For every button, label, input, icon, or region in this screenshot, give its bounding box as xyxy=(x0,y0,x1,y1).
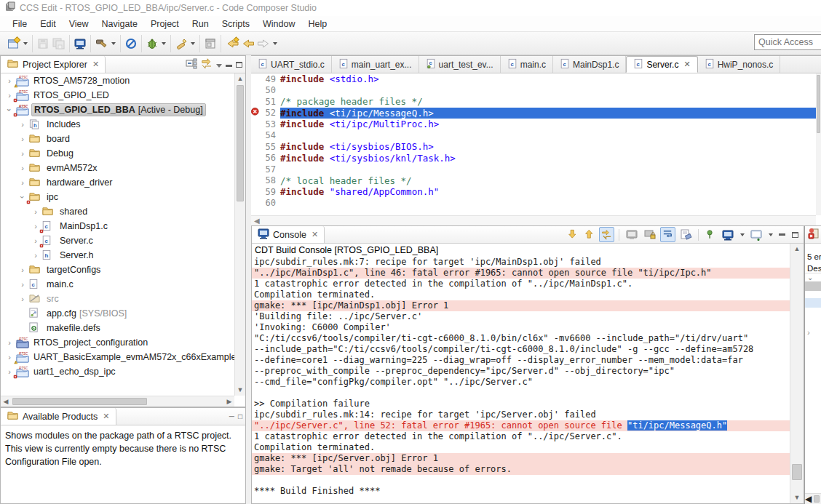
expander-icon[interactable]: › xyxy=(17,164,28,172)
problems-horizontal-scrollbar[interactable]: ◀ xyxy=(805,493,821,504)
code-line-57[interactable]: 57 xyxy=(251,164,816,175)
quick-access-input[interactable]: Quick Access xyxy=(754,34,821,50)
code-line-51[interactable]: 51/* package header files */ xyxy=(251,96,816,108)
expander-icon[interactable]: › xyxy=(17,265,28,274)
editor-vertical-scrollbar[interactable] xyxy=(816,73,821,215)
tree-item-rtos-gpio-led[interactable]: ›RTSCRTOS_GPIO_LED xyxy=(1,88,234,103)
expander-icon[interactable]: › xyxy=(4,338,15,347)
open-console-button-dropdown[interactable] xyxy=(769,233,773,236)
code-line-49[interactable]: 49#include <stdio.h> xyxy=(251,73,816,85)
tree-item-src[interactable]: ›src xyxy=(1,292,234,306)
tree-item-rtos-am5728-motion[interactable]: ›RTSCRTOS_AM5728_motion xyxy=(1,73,234,88)
view-menu-button[interactable] xyxy=(216,60,222,70)
code-line-59[interactable]: 59#include "shared/AppCommon.h" xyxy=(251,186,816,198)
expander-icon[interactable]: › xyxy=(17,120,28,129)
link-with-editor-button[interactable] xyxy=(201,57,213,71)
clear-console-button[interactable] xyxy=(678,227,694,243)
expander-icon[interactable]: › xyxy=(17,280,28,289)
menu-project[interactable]: Project xyxy=(144,17,186,31)
console-output[interactable]: ipc/subdir_rules.mk:7: recipe for target… xyxy=(252,257,790,503)
menu-view[interactable]: View xyxy=(63,17,95,31)
editor-horizontal-scrollbar[interactable]: ◀ xyxy=(251,215,816,225)
close-icon[interactable]: ✕ xyxy=(92,60,99,69)
display-selected-console-button-dropdown[interactable] xyxy=(740,233,745,236)
chevron-down-icon[interactable]: ⌄ xyxy=(805,273,821,281)
menu-window[interactable]: Window xyxy=(256,17,301,31)
code-editor[interactable]: 49#include <stdio.h>5051/* package heade… xyxy=(251,73,816,215)
code-line-52[interactable]: 52#include <ti/ipc/MessageQ.h> xyxy=(251,108,816,119)
expander-icon[interactable]: › xyxy=(18,191,27,203)
code-line-54[interactable]: 54 xyxy=(251,130,816,142)
last-edit-location-button[interactable] xyxy=(224,36,240,51)
expander-icon[interactable]: › xyxy=(17,149,28,158)
editor-tab-main-c[interactable]: cmain.c xyxy=(501,56,553,73)
collapse-all-button[interactable] xyxy=(186,57,197,71)
editor-tab-maindsp1-c[interactable]: cMainDsp1.c xyxy=(553,56,626,73)
error-marker-icon[interactable] xyxy=(251,108,261,119)
forward-button[interactable] xyxy=(255,36,271,51)
target-console-button[interactable] xyxy=(73,36,87,51)
code-line-50[interactable]: 50 xyxy=(251,85,816,97)
word-wrap-button[interactable] xyxy=(660,227,675,242)
tree-item-targetconfigs[interactable]: ›targetConfigs xyxy=(1,263,234,277)
problems-column-header[interactable]: Des xyxy=(805,264,821,273)
project-tree-vertical-scrollbar[interactable]: ▲ ▼ xyxy=(234,73,245,396)
expander-icon[interactable]: › xyxy=(30,251,41,260)
new-wizard-button[interactable] xyxy=(6,36,21,51)
tree-item-makefile-defs[interactable]: makefile.defs xyxy=(1,321,234,335)
save-button[interactable] xyxy=(36,36,50,51)
minimize-button[interactable] xyxy=(777,231,788,239)
close-icon[interactable]: ✕ xyxy=(683,60,690,69)
expander-icon[interactable]: › xyxy=(17,135,28,143)
open-console-button[interactable] xyxy=(748,227,764,243)
tree-item-hardware-driver[interactable]: ›hardware_driver xyxy=(1,175,234,190)
tree-item-ipc[interactable]: ›ipc xyxy=(1,190,234,204)
flash-button-dropdown[interactable] xyxy=(191,42,195,45)
next-error-button[interactable] xyxy=(566,227,580,242)
menu-help[interactable]: Help xyxy=(301,17,333,31)
problems-row[interactable] xyxy=(805,281,821,291)
menu-scripts[interactable]: Scripts xyxy=(215,17,256,31)
show-console-on-output-button[interactable] xyxy=(624,227,640,243)
project-tree-horizontal-scrollbar[interactable]: ◀ ▶ xyxy=(1,396,234,407)
bug-debug-button-dropdown[interactable] xyxy=(162,42,166,45)
bug-debug-button[interactable] xyxy=(145,36,159,51)
problems-row-selected[interactable] xyxy=(805,298,821,308)
expander-icon[interactable]: › xyxy=(805,328,821,337)
problems-view-icon[interactable] xyxy=(808,228,820,241)
scroll-lock-button[interactable] xyxy=(642,227,658,243)
back-button[interactable] xyxy=(240,36,255,51)
maximize-button[interactable] xyxy=(236,60,242,70)
tab-console[interactable]: Console ✕ xyxy=(252,226,325,243)
close-icon[interactable]: ✕ xyxy=(103,412,109,421)
editor-tab-uart-test-ev-[interactable]: cuart_test_ev... xyxy=(419,56,501,73)
minimize-button[interactable] xyxy=(226,60,232,70)
show-error-in-editor-button[interactable] xyxy=(599,227,614,242)
editor-tab-hwip-nonos-c[interactable]: cHwiP_nonos.c xyxy=(698,56,781,73)
expander-icon[interactable]: › xyxy=(5,104,14,116)
editor-tab-uart-stdio-c[interactable]: cUART_stdio.c xyxy=(251,56,332,73)
menu-file[interactable]: File xyxy=(6,17,33,31)
tree-item-server-c[interactable]: ›cServer.c xyxy=(1,233,234,248)
editor-tab-main-uart-ex-[interactable]: cmain_uart_ex... xyxy=(332,56,419,73)
console-vertical-scrollbar[interactable]: ▲ ▼ xyxy=(790,244,804,503)
tree-item-rtos-gpio-led-bba[interactable]: ›RTSCRTOS_GPIO_LED_BBA [Active - Debug] xyxy=(1,103,234,117)
code-line-55[interactable]: 55#include <ti/sysbios/BIOS.h> xyxy=(251,141,816,153)
tree-item-server-h[interactable]: ›hServer.h xyxy=(1,248,234,263)
flash-button[interactable] xyxy=(174,36,189,51)
debug-launch-button[interactable] xyxy=(124,36,138,51)
forward-button-dropdown[interactable] xyxy=(273,42,277,45)
maximize-button[interactable] xyxy=(790,230,801,240)
menu-edit[interactable]: Edit xyxy=(33,17,63,31)
code-line-58[interactable]: 58/* local header files */ xyxy=(251,175,816,187)
tree-item-shared[interactable]: ›shared xyxy=(1,204,234,219)
close-icon[interactable]: ✕ xyxy=(312,230,318,239)
menu-navigate[interactable]: Navigate xyxy=(95,17,144,31)
expander-icon[interactable]: › xyxy=(17,295,28,303)
save-all-button[interactable] xyxy=(50,36,66,51)
code-line-56[interactable]: 56#include <ti/sysbios/knl/Task.h> xyxy=(251,153,816,164)
build-button-dropdown[interactable] xyxy=(111,42,116,45)
tree-item-rtos-project-configuration[interactable]: ›RTSCRTOS_project_configuration xyxy=(1,335,234,350)
new-wizard-button-dropdown[interactable] xyxy=(23,42,28,45)
previous-error-button[interactable] xyxy=(582,227,597,242)
